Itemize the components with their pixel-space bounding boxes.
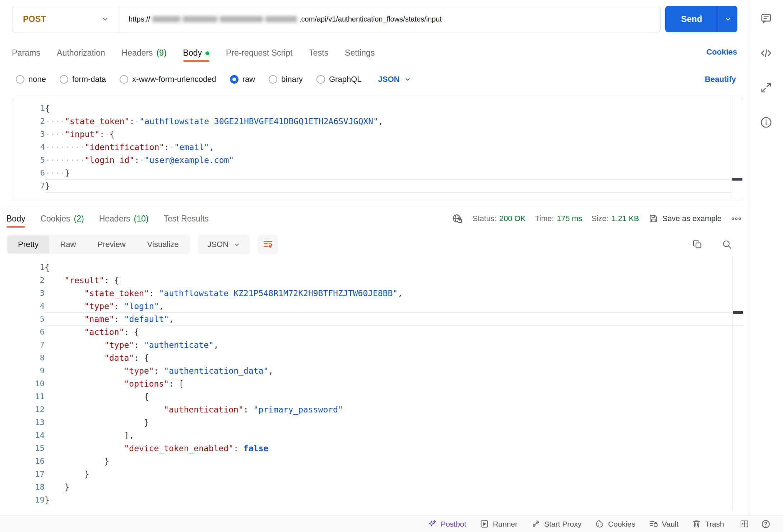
url-input[interactable]: https:// .com/api/v1/authentication_flow… xyxy=(120,15,660,23)
footer-cookies-button[interactable]: Cookies xyxy=(595,519,635,529)
method-select[interactable]: POST xyxy=(12,6,120,32)
tab-count-badge: (2) xyxy=(74,214,84,224)
token: · xyxy=(105,130,110,139)
code-area[interactable]: {"result": {"state_token": "authflowstat… xyxy=(45,256,743,507)
response-language-select[interactable]: JSON xyxy=(198,235,250,254)
footer-item-label: Runner xyxy=(493,520,518,528)
comments-icon[interactable] xyxy=(760,12,773,25)
body-mode-label: binary xyxy=(281,75,303,84)
send-options-caret[interactable] xyxy=(718,6,737,32)
line-number-gutter: 12345678910111213141516171819 xyxy=(13,256,45,507)
radio-icon xyxy=(16,75,24,84)
line-number: 7 xyxy=(13,179,45,192)
line-number: 13 xyxy=(13,416,45,429)
line-number: 12 xyxy=(13,403,45,416)
time-badge[interactable]: Time:175 ms xyxy=(535,214,582,223)
code-line: "action": { xyxy=(45,326,743,339)
response-tab-cookies[interactable]: Cookies(2) xyxy=(40,210,84,227)
response-body-editor[interactable]: 12345678910111213141516171819{"result": … xyxy=(13,256,743,511)
token: : xyxy=(134,340,144,350)
code-line: "type": "authentication_data", xyxy=(45,364,743,377)
split-pane-icon[interactable] xyxy=(740,519,749,529)
token: "device_token_enabled" xyxy=(124,444,234,453)
request-tab-params[interactable]: Params xyxy=(12,45,40,61)
body-mode-form-data[interactable]: form-data xyxy=(60,75,106,84)
token: "result" xyxy=(64,276,104,285)
request-body-editor[interactable]: 1234567{····"state_token":·"authflowstat… xyxy=(13,97,743,200)
request-tab-headers[interactable]: Headers(9) xyxy=(122,45,167,61)
help-icon[interactable] xyxy=(761,519,771,529)
body-mode-raw[interactable]: raw xyxy=(230,75,255,84)
tab-label: Headers xyxy=(99,214,130,224)
code-line: ····} xyxy=(45,167,732,179)
body-content-dot xyxy=(205,51,209,55)
overview-ruler[interactable] xyxy=(732,256,733,511)
view-tab-raw[interactable]: Raw xyxy=(49,235,87,253)
wrap-text-button[interactable] xyxy=(258,235,278,254)
indent-guide: ···· xyxy=(65,154,84,167)
footer-runner-button[interactable]: Runner xyxy=(479,519,518,529)
code-line: "type": "authenticate", xyxy=(45,339,743,351)
token: "data" xyxy=(104,353,134,363)
view-tab-visualize[interactable]: Visualize xyxy=(136,235,190,253)
footer-bar: PostbotRunnerStart ProxyCookiesVaultTras… xyxy=(0,515,783,532)
body-mode-label: GraphQL xyxy=(329,75,362,84)
footer-vault-button[interactable]: Vault xyxy=(649,519,678,529)
code-line: "authentication": "primary_password" xyxy=(45,403,743,416)
radio-icon xyxy=(120,75,128,84)
response-tab-body[interactable]: Body xyxy=(6,210,25,227)
send-button[interactable]: Send xyxy=(665,6,737,32)
token: : { xyxy=(104,276,119,285)
response-tab-test-results[interactable]: Test Results xyxy=(164,210,209,227)
token: } xyxy=(45,495,50,505)
response-tab-headers[interactable]: Headers(10) xyxy=(99,210,149,227)
body-mode-none[interactable]: none xyxy=(16,75,46,84)
view-tab-preview[interactable]: Preview xyxy=(87,235,136,253)
request-tab-settings[interactable]: Settings xyxy=(345,45,375,61)
body-language-select[interactable]: JSON xyxy=(378,75,412,84)
token: { xyxy=(144,392,149,401)
code-line: { xyxy=(45,390,743,403)
code-area[interactable]: {····"state_token":·"authflowstate_30GE2… xyxy=(45,97,732,192)
footer-postbot-button[interactable]: Postbot xyxy=(427,519,466,529)
tab-label: Body xyxy=(6,214,25,224)
indent-guide: ···· xyxy=(45,115,65,128)
more-actions-icon[interactable] xyxy=(731,213,742,224)
footer-trash-button[interactable]: Trash xyxy=(692,519,724,529)
view-tab-pretty[interactable]: Pretty xyxy=(7,235,49,253)
code-line: "result": { xyxy=(45,274,743,287)
request-tab-authorization[interactable]: Authorization xyxy=(57,45,105,61)
indent-guide: ···· xyxy=(45,167,65,179)
section-divider xyxy=(0,204,749,204)
token: · xyxy=(169,143,174,152)
code-icon[interactable] xyxy=(760,47,773,60)
info-icon[interactable] xyxy=(759,116,773,129)
request-tab-pre-request-script[interactable]: Pre-request Script xyxy=(226,45,292,61)
code-line: ····"input":·{ xyxy=(45,128,732,141)
save-as-example-button[interactable]: Save as example xyxy=(648,214,722,224)
status-badge[interactable]: Status:200 OK xyxy=(472,214,525,223)
network-globe-lock-icon[interactable] xyxy=(451,213,463,224)
copy-icon[interactable] xyxy=(692,239,703,250)
response-tabs: BodyCookies(2)Headers(10)Test Results xyxy=(6,210,209,227)
cookies-link[interactable]: Cookies xyxy=(706,47,737,57)
request-tab-body[interactable]: Body xyxy=(183,45,209,61)
search-icon[interactable] xyxy=(722,239,732,250)
token: false xyxy=(244,444,268,453)
line-number: 4 xyxy=(13,141,45,154)
size-badge[interactable]: Size:1.21 KB xyxy=(592,214,639,223)
request-tab-tests[interactable]: Tests xyxy=(309,45,328,61)
line-number: 7 xyxy=(13,339,45,351)
resize-panel-icon[interactable] xyxy=(760,81,773,94)
line-number: 1 xyxy=(13,261,45,274)
overview-ruler[interactable] xyxy=(732,97,732,200)
body-mode-binary[interactable]: binary xyxy=(269,75,303,84)
code-line: } xyxy=(45,179,732,192)
footer-start-proxy-button[interactable]: Start Proxy xyxy=(531,519,582,529)
beautify-link[interactable]: Beautify xyxy=(705,75,736,84)
tab-label: Params xyxy=(12,48,40,58)
body-mode-GraphQL[interactable]: GraphQL xyxy=(316,75,362,84)
token: "state_token" xyxy=(84,289,149,298)
body-mode-x-www-form-urlencoded[interactable]: x-www-form-urlencoded xyxy=(120,75,216,84)
token: } xyxy=(144,418,149,427)
